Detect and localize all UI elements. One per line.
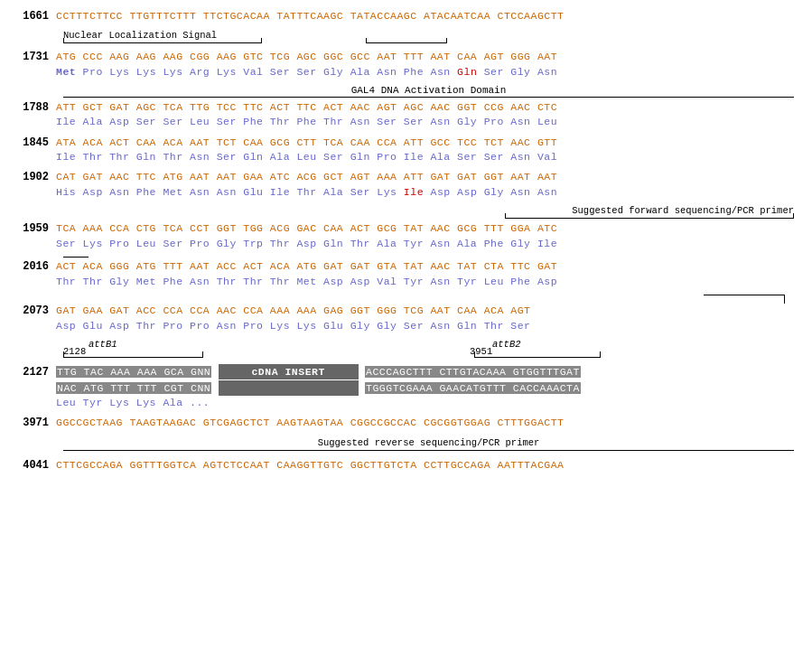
dna-lower-right-gray: TGGGTCGAAA GAACATGTTT CACCAAACTA bbox=[365, 382, 581, 394]
cdna-insert-label: cDNA INSERT bbox=[219, 364, 359, 379]
dna-right-gray: ACCCAGCTTT CTTGTACAAA GTGGTTTGAT bbox=[365, 366, 581, 378]
seq-block-1959: 1959 TCA AAA CCA CTG TCA CCT GGT TGG ACG… bbox=[18, 221, 794, 251]
met-codon: Met bbox=[56, 66, 76, 78]
sequence-viewer: 1661 CCTTTCTTCC TTGTTTCTTT TTCTGCACAA TA… bbox=[18, 9, 794, 473]
dna-seq-1661: CCTTTCTTCC TTGTTTCTTT TTCTGCACAA TATTTCA… bbox=[56, 9, 794, 23]
attb2-label: attB2 bbox=[492, 339, 521, 350]
dna-left-gray: TTG TAC AAA AAA GCA GNN bbox=[56, 366, 211, 378]
dna-seq-1788: ATT GCT GAT AGC TCA TTG TCC TTC ACT TTC … bbox=[56, 100, 794, 115]
line-num-2016: 2016 bbox=[18, 259, 56, 275]
dna-seq-1959: TCA AAA CCA CTG TCA CCT GGT TGG ACG GAC … bbox=[56, 221, 794, 236]
line-num-1845: 1845 bbox=[18, 136, 56, 151]
dna-lower-left-gray: NAC ATG TTT TTT CGT CNN bbox=[56, 382, 211, 394]
aa-seq-1731: Met Pro Lys Lys Lys Arg Lys Val Ser Ser … bbox=[56, 65, 794, 80]
seq-block-1661: 1661 CCTTTCTTCC TTGTTTCTTT TTCTGCACAA TA… bbox=[18, 9, 794, 24]
dna-seq-1902: CAT GAT AAC TTC ATG AAT AAT GAA ATC ACG … bbox=[56, 170, 794, 184]
seq-block-2016: 2016 ACT ACA GGG ATG TTT AAT ACC ACT ACA… bbox=[18, 259, 794, 289]
ile-red: Ile bbox=[404, 186, 424, 198]
dna-seq-1731: ATG CCC AAG AAG AAG CGG AAG GTC TCG AGC … bbox=[56, 50, 794, 64]
dna-seq-2127: TTG TAC AAA AAA GCA GNN cDNA INSERT ACCC… bbox=[56, 364, 794, 379]
line-num-4041: 4041 bbox=[18, 458, 56, 473]
rev-primer-label: Suggested reverse sequencing/PCR primer bbox=[318, 437, 540, 448]
aa-seq-1902: His Asp Asn Phe Met Asn Asn Glu Ile Thr … bbox=[56, 185, 794, 200]
aa-seq-1845: Ile Thr Thr Gln Thr Asn Ser Gln Ala Leu … bbox=[56, 150, 794, 164]
dna-seq-4041: CTTCGCCAGA GGTTTGGTCA AGTCTCCAAT CAAGGTT… bbox=[56, 458, 794, 473]
dna-seq-2016: ACT ACA GGG ATG TTT AAT ACC ACT ACA ATG … bbox=[56, 259, 794, 274]
dna-seq-3971: GGCCGCTAAG TAAGTAAGAC GTCGAGCTCT AAGTAAG… bbox=[56, 416, 794, 430]
attb1-label: attB1 bbox=[89, 339, 117, 350]
gal4-label: GAL4 DNA Activation Domain bbox=[63, 85, 794, 96]
seq-block-4041: 4041 CTTCGCCAGA GGTTTGGTCA AGTCTCCAAT CA… bbox=[18, 458, 794, 473]
aa-seq-2073: Asp Glu Asp Thr Pro Pro Asn Pro Lys Lys … bbox=[56, 319, 794, 333]
line-num-1731: 1731 bbox=[18, 50, 56, 65]
dna-seq-2127-lower: NAC ATG TTT TTT CGT CNN TGGGTCGAAA GAACA… bbox=[56, 380, 794, 396]
dna-seq-1845: ATA ACA ACT CAA ACA AAT TCT CAA GCG CTT … bbox=[56, 136, 794, 150]
seq-block-1845: 1845 ATA ACA ACT CAA ACA AAT TCT CAA GCG… bbox=[18, 136, 794, 165]
aa-seq-2016: Thr Thr Gly Met Phe Asn Thr Thr Thr Met … bbox=[56, 275, 794, 289]
num-2128: 2128 bbox=[63, 346, 86, 357]
line-num-1959: 1959 bbox=[18, 221, 56, 237]
aa-seq-1959: Ser Lys Pro Leu Ser Pro Gly Trp Thr Asp … bbox=[56, 237, 794, 251]
line-num-3971: 3971 bbox=[18, 416, 56, 431]
seq-block-1731: 1731 ATG CCC AAG AAG AAG CGG AAG GTC TCG… bbox=[18, 50, 794, 80]
aa-seq-2127: Leu Tyr Lys Lys Ala ... bbox=[56, 396, 794, 410]
nls-label: Nuclear Localization Signal bbox=[63, 30, 217, 41]
num-3951: 3951 bbox=[470, 346, 492, 357]
seq-block-2073: 2073 GAT GAA GAT ACC CCA CCA AAC CCA AAA… bbox=[18, 304, 794, 333]
aa-seq-1788: Ile Ala Asp Ser Ser Leu Ser Phe Thr Phe … bbox=[56, 115, 794, 129]
line-num-1661: 1661 bbox=[18, 9, 56, 24]
line-num-1788: 1788 bbox=[18, 100, 56, 116]
dna-seq-2073: GAT GAA GAT ACC CCA CCA AAC CCA AAA AAA … bbox=[56, 304, 794, 318]
gln-codon: Gln bbox=[457, 66, 477, 78]
seq-block-2127: 2127 TTG TAC AAA AAA GCA GNN cDNA INSERT… bbox=[18, 364, 794, 410]
line-num-2073: 2073 bbox=[18, 304, 56, 319]
seq-block-1902: 1902 CAT GAT AAC TTC ATG AAT AAT GAA ATC… bbox=[18, 170, 794, 200]
line-num-1902: 1902 bbox=[18, 170, 56, 185]
seq-block-1788: 1788 ATT GCT GAT AGC TCA TTG TCC TTC ACT… bbox=[18, 100, 794, 130]
seq-block-3971: 3971 GGCCGCTAAG TAAGTAAGAC GTCGAGCTCT AA… bbox=[18, 416, 794, 431]
line-num-2127: 2127 bbox=[18, 364, 56, 380]
fwd-primer-label: Suggested forward sequencing/PCR primer bbox=[572, 205, 794, 216]
